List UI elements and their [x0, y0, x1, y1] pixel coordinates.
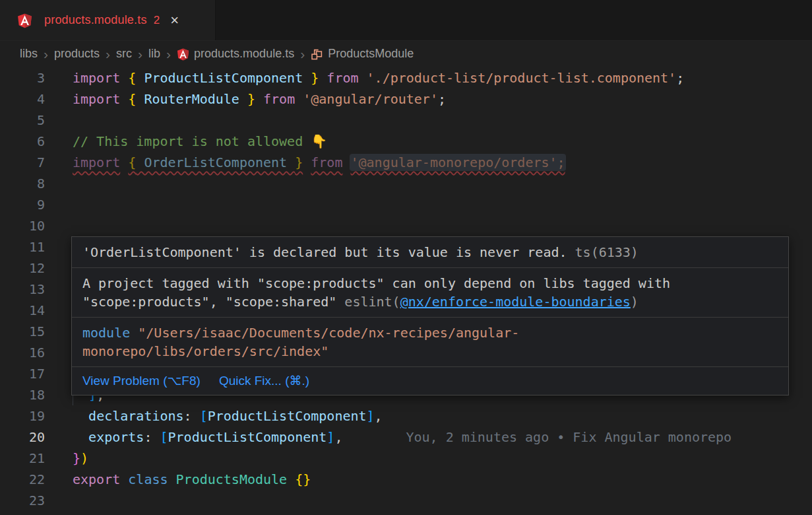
line-number[interactable]: 6 [0, 131, 45, 152]
line-number[interactable]: 8 [0, 173, 45, 194]
chevron-right-icon: › [166, 47, 171, 61]
tab-close-icon[interactable]: × [170, 13, 179, 28]
code-token: ; [438, 91, 446, 107]
code-token: , [375, 408, 383, 424]
code-token: } [295, 154, 303, 170]
code-token [120, 91, 128, 107]
code-token: {} [295, 471, 311, 487]
code-token [342, 154, 350, 170]
code-token: ProductListComponent [168, 429, 327, 445]
breadcrumb-lib[interactable]: lib [148, 47, 160, 61]
code-line-8: 8 [0, 173, 812, 194]
code-token: { [128, 154, 136, 170]
code-token: } [73, 450, 80, 466]
breadcrumb-symbol[interactable]: ProductsModule [328, 47, 414, 61]
code-text[interactable]: import { OrderListComponent } from '@ang… [73, 152, 565, 173]
line-number[interactable]: 16 [0, 342, 45, 363]
hover-action-bar: View Problem (⌥F8) Quick Fix... (⌘.) [72, 367, 788, 395]
code-token [120, 471, 128, 487]
code-token: export [73, 471, 120, 487]
eslint-message-line1: A project tagged with "scope:products" c… [82, 274, 778, 292]
line-number[interactable]: 11 [0, 236, 45, 258]
code-token: import [73, 91, 120, 107]
breadcrumb-src[interactable]: src [116, 47, 132, 61]
tab-bar: products.module.ts 2 × [0, 0, 812, 41]
code-text[interactable]: }) [73, 448, 88, 469]
module-path-line1: "/Users/isaac/Documents/code/nx-recipes/… [130, 325, 519, 341]
code-token: from [263, 91, 295, 107]
line-number[interactable]: 21 [0, 448, 45, 469]
eslint-diagnostic-message: A project tagged with "scope:products" c… [72, 268, 788, 318]
code-token: import [73, 154, 120, 170]
module-keyword: module [82, 325, 130, 341]
breadcrumb-libs[interactable]: libs [20, 47, 38, 61]
line-number[interactable]: 7 [0, 152, 45, 173]
code-line-3: 3import { ProductListComponent } from '.… [0, 67, 812, 88]
editor-tab[interactable]: products.module.ts 2 × [0, 0, 216, 40]
ts-message-text: 'OrderListComponent' is declared but its… [82, 244, 567, 260]
chevron-right-icon: › [138, 47, 142, 61]
line-number[interactable]: 14 [0, 300, 45, 321]
quick-fix-action[interactable]: Quick Fix... (⌘.) [219, 372, 309, 390]
code-token: ) [80, 450, 88, 466]
eslint-rule-link[interactable]: @nx/enforce-module-boundaries [400, 294, 631, 310]
view-problem-action[interactable]: View Problem (⌥F8) [82, 372, 201, 390]
code-text[interactable]: import { RouterModule } from '@angular/r… [73, 88, 446, 110]
code-token: ; [676, 70, 684, 86]
code-text[interactable]: export class ProductsModule {} [73, 469, 311, 490]
line-number[interactable]: 19 [0, 405, 45, 427]
breadcrumb-filename[interactable]: products.module.ts [194, 47, 294, 61]
code-token [295, 91, 303, 107]
code-text[interactable]: declarations: [ProductListComponent], [73, 405, 383, 427]
problem-hover-popup: 'OrderListComponent' is declared but its… [71, 236, 789, 395]
code-token: 👇 [311, 133, 327, 149]
line-number[interactable]: 9 [0, 194, 45, 215]
code-token: { [128, 91, 136, 107]
line-number[interactable]: 13 [0, 279, 45, 300]
code-token: from [327, 70, 358, 86]
code-line-23: 23 [0, 490, 812, 511]
tab-filename: products.module.ts [44, 13, 147, 27]
code-token [319, 70, 327, 86]
line-number[interactable]: 17 [0, 363, 45, 384]
line-number[interactable]: 12 [0, 258, 45, 279]
line-number[interactable]: 10 [0, 215, 45, 236]
line-number[interactable]: 18 [0, 384, 45, 405]
angular-icon [17, 13, 32, 28]
vscode-window: products.module.ts 2 × libs › products ›… [0, 0, 812, 515]
eslint-source-suffix: ) [631, 294, 639, 310]
code-line-20: 20 exports: [ProductListComponent],You, … [0, 427, 812, 448]
line-number[interactable]: 3 [0, 67, 45, 88]
chevron-right-icon: › [300, 47, 305, 61]
tab-problem-count: 2 [154, 14, 160, 27]
line-number[interactable]: 5 [0, 110, 45, 131]
eslint-message-line2-text: "scope:products", "scope:shared" [82, 294, 344, 310]
code-token: '@angular/router' [303, 91, 438, 107]
code-token: './product-list/product-list.component' [367, 70, 677, 86]
chevron-right-icon: › [44, 47, 48, 61]
code-token: exports [88, 429, 144, 445]
code-token [168, 471, 176, 487]
code-line-10: 10 [0, 215, 812, 236]
code-token: ] [327, 429, 334, 445]
code-token: RouterModule [136, 91, 247, 107]
error-squiggle: import { OrderListComponent } from '@ang… [73, 154, 565, 170]
code-text[interactable]: exports: [ProductListComponent],You, 2 m… [73, 427, 732, 448]
code-editor[interactable]: 3import { ProductListComponent } from '.… [0, 66, 812, 511]
eslint-message-line2: "scope:products", "scope:shared" eslint(… [82, 292, 778, 311]
code-token: } [247, 91, 255, 107]
code-token: class [128, 471, 168, 487]
line-number[interactable]: 23 [0, 490, 45, 511]
ts-diagnostic-message: 'OrderListComponent' is declared but its… [72, 237, 788, 268]
breadcrumb-products[interactable]: products [54, 47, 100, 61]
code-text[interactable]: import { ProductListComponent } from './… [73, 67, 684, 88]
code-token: { [128, 70, 136, 86]
code-line-21: 21}) [0, 448, 812, 469]
line-number[interactable]: 20 [0, 427, 45, 448]
code-token: declarations [88, 408, 184, 424]
line-number[interactable]: 4 [0, 88, 45, 110]
ts-error-code: ts(6133) [575, 244, 639, 260]
line-number[interactable]: 22 [0, 469, 45, 490]
line-number[interactable]: 15 [0, 321, 45, 342]
code-text[interactable]: // This import is not allowed 👇 [73, 131, 327, 152]
